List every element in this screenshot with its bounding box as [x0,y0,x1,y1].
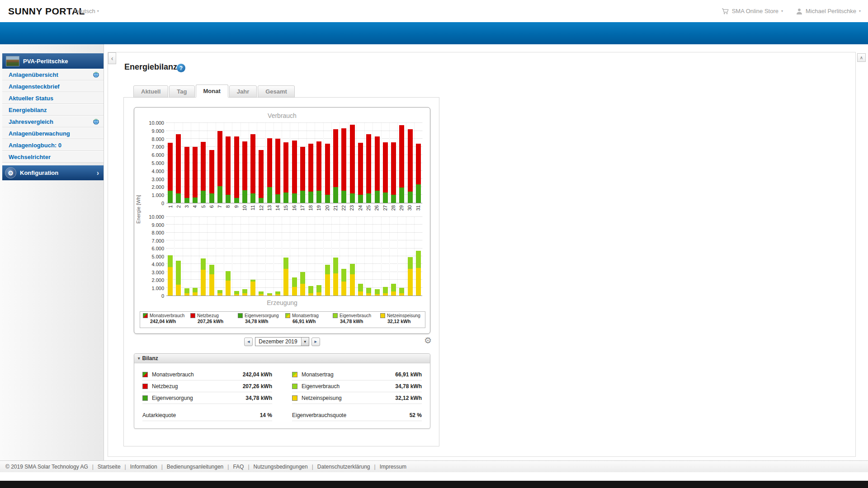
bar-day-28[interactable] [391,123,396,203]
bar-day-16[interactable] [292,217,297,296]
bar-day-12[interactable] [259,217,264,296]
footer-link-startseite[interactable]: Startseite [98,464,121,470]
bar-day-10[interactable] [242,217,247,296]
bar-day-18[interactable] [308,123,313,203]
bar-day-20[interactable] [325,123,330,203]
bar-day-9[interactable] [234,217,239,296]
bar-day-24[interactable] [358,123,363,203]
bar-slot [406,123,414,203]
bar-day-19[interactable] [316,217,321,296]
bar-day-18[interactable] [308,217,313,296]
bar-day-12[interactable] [259,123,264,203]
bar-day-4[interactable] [193,123,198,203]
bar-day-6[interactable] [209,217,214,296]
tab-jahr[interactable]: Jahr [229,85,257,98]
sidebar-item-anlagenlogbuch-0[interactable]: Anlagenlogbuch: 0 [2,139,104,151]
bar-day-2[interactable] [176,123,181,203]
online-store-link[interactable]: SMA Online Store ▾ [722,8,783,15]
sidebar-item-konfiguration[interactable]: ⚙ Konfiguration › [2,165,104,180]
bar-day-2[interactable] [176,217,181,296]
bar-day-3[interactable] [184,123,189,203]
bilanz-header[interactable]: ▾ Bilanz [134,354,430,363]
bar-day-31[interactable] [416,217,421,296]
bar-day-17[interactable] [300,123,305,203]
bar-day-26[interactable] [375,217,380,296]
chart-settings-gear-icon[interactable]: ⚙ [424,335,432,346]
bar-day-7[interactable] [217,123,222,203]
sidebar-item-anlagensteckbrief[interactable]: Anlagensteckbrief [2,80,104,92]
bar-day-23[interactable] [350,123,355,203]
footer-link-faq[interactable]: FAQ [233,464,244,470]
bar-day-10[interactable] [242,123,247,203]
month-select[interactable]: Dezember 2019 ▼ [255,337,309,346]
bar-day-26[interactable] [375,123,380,203]
footer-link-datenschutzerklärung[interactable]: Datenschutzerklärung [317,464,370,470]
bar-day-5[interactable] [201,123,206,203]
bar-day-22[interactable] [341,123,346,203]
bar-day-1[interactable] [168,217,173,296]
tab-monat[interactable]: Monat [196,84,228,98]
plant-header[interactable]: PVA-Perlitschke [2,53,104,69]
bar-day-13[interactable] [267,217,272,296]
bar-day-23[interactable] [350,217,355,296]
language-selector[interactable]: Deutsch ▾ [74,8,99,14]
bar-day-1[interactable] [168,123,173,203]
bar-day-15[interactable] [283,123,288,203]
bar-day-29[interactable] [399,217,404,296]
bilanz-row-netzeinspeisung: Netzeinspeisung32,12 kWh [292,392,422,404]
bar-segment-netzeinspeisung [300,284,305,296]
bar-slot [174,217,182,296]
bar-day-11[interactable] [250,217,255,296]
sidebar-item-wechselrichter[interactable]: Wechselrichter [2,151,104,163]
tab-aktuell[interactable]: Aktuell [133,85,168,98]
tab-gesamt[interactable]: Gesamt [258,85,295,98]
bar-day-19[interactable] [316,123,321,203]
bar-day-25[interactable] [366,217,371,296]
footer-link-impressum[interactable]: Impressum [380,464,406,470]
bar-day-21[interactable] [333,217,338,296]
bar-day-11[interactable] [250,123,255,203]
bar-day-20[interactable] [325,217,330,296]
bar-day-8[interactable] [226,217,231,296]
bar-day-21[interactable] [333,123,338,203]
bar-day-25[interactable] [366,123,371,203]
bar-day-16[interactable] [292,123,297,203]
sidebar-collapse-button[interactable]: ‹ [108,52,116,64]
bar-day-28[interactable] [391,217,396,296]
bilanz-label: Eigenverbrauchsquote [292,412,346,418]
bar-day-24[interactable] [358,217,363,296]
bar-day-14[interactable] [275,217,280,296]
footer-link-nutzungsbedingungen[interactable]: Nutzungsbedingungen [254,464,308,470]
sidebar-item-energiebilanz[interactable]: Energiebilanz [2,104,104,116]
bar-day-4[interactable] [193,217,198,296]
sidebar-item-jahresvergleich[interactable]: Jahresvergleich [2,116,104,127]
next-month-button[interactable]: ► [311,338,320,346]
bar-day-27[interactable] [383,123,388,203]
previous-month-button[interactable]: ◄ [244,338,253,346]
bar-day-14[interactable] [275,123,280,203]
bar-day-22[interactable] [341,217,346,296]
bar-day-9[interactable] [234,123,239,203]
bar-day-8[interactable] [226,123,231,203]
bar-day-7[interactable] [217,217,222,296]
scroll-top-button[interactable]: ∧ [857,53,866,62]
bar-day-17[interactable] [300,217,305,296]
bar-day-29[interactable] [399,123,404,203]
bar-day-15[interactable] [283,217,288,296]
footer-link-information[interactable]: Information [130,464,157,470]
bar-day-30[interactable] [408,123,413,203]
sidebar-item-aktueller-status[interactable]: Aktueller Status [2,92,104,104]
user-menu[interactable]: Michael Perlitschke ▾ [796,8,861,15]
bar-day-13[interactable] [267,123,272,203]
footer-link-bedienungsanleitungen[interactable]: Bedienungsanleitungen [167,464,223,470]
bar-day-6[interactable] [209,123,214,203]
bar-day-3[interactable] [184,217,189,296]
help-icon[interactable]: ? [177,64,185,72]
sidebar-item-anlagenübersicht[interactable]: Anlagenübersicht [2,69,104,80]
bar-day-31[interactable] [416,123,421,203]
bar-day-30[interactable] [408,217,413,296]
tab-tag[interactable]: Tag [169,85,194,98]
sidebar-item-anlagenüberwachung[interactable]: Anlagenüberwachung [2,127,104,139]
bar-day-5[interactable] [201,217,206,296]
bar-day-27[interactable] [383,217,388,296]
